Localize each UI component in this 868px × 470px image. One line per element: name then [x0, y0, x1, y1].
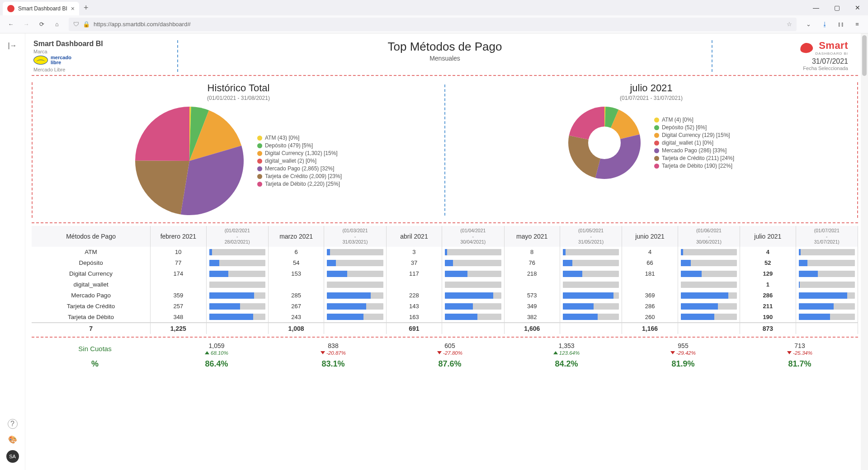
library-icon[interactable]: ⫿⫿: [834, 17, 848, 32]
new-tab-button[interactable]: +: [84, 3, 89, 13]
chart-julio-2021: julio 2021 (01/07/2021 - 31/07/2021) ATM…: [445, 80, 857, 220]
trend-icon: [787, 351, 792, 354]
cell-value: 143: [386, 301, 442, 312]
table-row: Digital Currency174153117218181129: [32, 268, 858, 279]
percent-cell: 81.9%: [625, 359, 741, 369]
trend-icon: [205, 351, 209, 354]
quota-cell: 1,353 123.64%: [508, 342, 625, 356]
close-tab-icon[interactable]: ×: [71, 5, 75, 12]
cell-bar: [560, 268, 622, 279]
cell-value: 257: [151, 301, 206, 312]
help-icon[interactable]: ?: [8, 419, 18, 429]
methods-table: Métodos de Pagofebrero 2021(01/02/2021-2…: [32, 226, 858, 334]
divider: [32, 75, 858, 76]
cell-bar: [206, 312, 268, 323]
address-bar[interactable]: 🛡 🔒 https://app.smartdbi.com/dashboard# …: [69, 18, 797, 31]
trend-icon: [553, 351, 558, 354]
cell-bar: [796, 312, 858, 323]
selected-date: 31/07/2021: [713, 57, 848, 66]
cell-value: 190: [740, 312, 796, 323]
percent-cell: 83.1%: [275, 359, 392, 369]
cell-bar: [324, 258, 386, 268]
window-close-button[interactable]: ✕: [847, 0, 868, 15]
svg-point-0: [588, 127, 621, 159]
sin-cuotas-label: Sin Cuotas: [32, 345, 158, 352]
cell-value: [268, 279, 324, 290]
legend-swatch: [257, 151, 262, 156]
legend-item: digital_wallet (2) [0%]: [257, 158, 342, 164]
cell-method: Depósito: [32, 258, 151, 268]
table-row: Tarjeta de Débito348243163382260190: [32, 312, 858, 323]
forward-button[interactable]: →: [19, 17, 33, 32]
quota-cell: 838 -20.87%: [275, 342, 392, 356]
th-month: abril 2021: [386, 226, 442, 247]
legend-swatch: [654, 156, 659, 161]
cell-value: 349: [504, 301, 560, 312]
bookmark-star-icon[interactable]: ☆: [787, 21, 792, 28]
cell-bar: [442, 312, 504, 323]
cell-method: Tarjeta de Débito: [32, 312, 151, 323]
smart-logo-icon: [799, 42, 813, 54]
vertical-scrollbar[interactable]: [861, 33, 868, 470]
cell-bar: [206, 290, 268, 301]
cell-bar: [442, 247, 504, 258]
cell-bar: [442, 258, 504, 268]
sin-cuotas-row: Sin Cuotas 1,059 68.10% 838 -20.87% 605 …: [32, 342, 858, 356]
home-button[interactable]: ⌂: [50, 17, 64, 32]
cell-value: 181: [622, 268, 678, 279]
percent-cell: 84.2%: [508, 359, 625, 369]
downloads-icon[interactable]: ⭳: [817, 17, 832, 32]
back-button[interactable]: ←: [4, 17, 18, 32]
cell-bar: [560, 247, 622, 258]
pocket-icon[interactable]: ⌄: [801, 17, 816, 32]
theme-icon[interactable]: 🎨: [8, 435, 17, 444]
cell-value: 153: [268, 268, 324, 279]
cell-value: 573: [504, 290, 560, 301]
trend-icon: [670, 351, 675, 354]
table-totals: 71,2251,0086911,6061,166873: [32, 323, 858, 334]
expand-sidebar-button[interactable]: |→: [8, 42, 17, 50]
cell-value: 54: [268, 258, 324, 268]
user-avatar[interactable]: SA: [6, 450, 19, 463]
legend-swatch: [257, 166, 262, 171]
th-month: febrero 2021: [151, 226, 206, 247]
shield-icon[interactable]: 🛡: [73, 21, 79, 28]
th-month: junio 2021: [622, 226, 678, 247]
cell-value: 260: [622, 312, 678, 323]
legend-swatch: [654, 118, 659, 122]
legend-item: Mercado Pago (2,865) [32%]: [257, 165, 342, 172]
menu-icon[interactable]: ≡: [850, 17, 864, 32]
cell-bar: [678, 312, 740, 323]
cell-bar: [442, 290, 504, 301]
selected-date-label: Fecha Seleccionada: [713, 66, 848, 71]
cell-bar: [678, 279, 740, 290]
cell-value: [622, 279, 678, 290]
legend-swatch: [654, 148, 659, 153]
header-separator: [177, 40, 178, 72]
legend-item: ATM (43) [0%]: [257, 135, 342, 141]
th-range: (01/07/2021-31/07/2021): [796, 226, 858, 247]
legend-item: Tarjeta de Crédito (211) [24%]: [654, 155, 734, 161]
window-minimize-button[interactable]: ―: [806, 0, 826, 15]
cell-value: 66: [622, 258, 678, 268]
cell-value: 8: [504, 247, 560, 258]
browser-tab[interactable]: Smart Dashboard BI ×: [3, 2, 79, 15]
cell-bar: [560, 312, 622, 323]
divider: [857, 82, 858, 218]
lock-icon[interactable]: 🔒: [83, 21, 90, 28]
divider: [32, 222, 858, 223]
chart-historico-total: Histórico Total (01/01/2021 - 31/08/2021…: [33, 80, 444, 220]
th-month: mayo 2021: [504, 226, 560, 247]
tab-title: Smart Dashboard BI: [18, 5, 67, 12]
chart-legend: ATM (4) [0%]Depósito (52) [6%]Digital Cu…: [654, 115, 734, 170]
cell-value: 174: [151, 268, 206, 279]
cell-value: 1: [740, 279, 796, 290]
cell-value: 4: [622, 247, 678, 258]
reload-button[interactable]: ⟳: [34, 17, 49, 32]
cell-method: digital_wallet: [32, 279, 151, 290]
window-maximize-button[interactable]: ▢: [826, 0, 847, 15]
cell-value: 163: [386, 312, 442, 323]
pie-chart: [135, 107, 244, 215]
cell-bar: [206, 247, 268, 258]
chart-legend: ATM (43) [0%]Depósito (479) [5%]Digital …: [257, 133, 342, 188]
